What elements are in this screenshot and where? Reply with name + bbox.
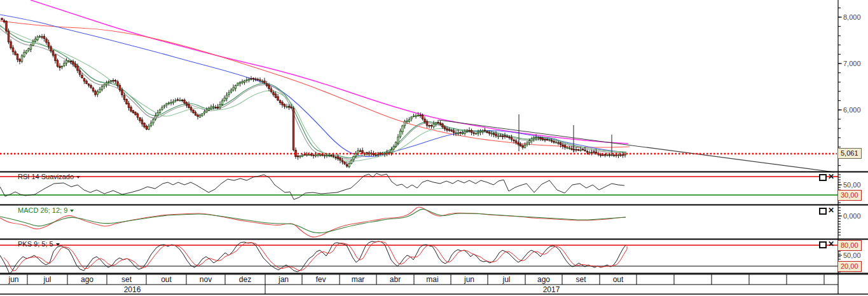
mm-green-dark-line: [0, 25, 626, 158]
pks-restore-icon[interactable]: [819, 241, 827, 248]
rsi-axis-label: 50,00: [843, 181, 861, 189]
rsi-indicator-dropdown[interactable]: RSI 14 Suavizado: [18, 173, 80, 180]
month-label: jun: [464, 275, 474, 284]
month-label: abr: [390, 275, 401, 284]
month-label: out: [613, 275, 624, 284]
macd-axis-label: 0,000: [843, 212, 861, 220]
pks-axis-label: 50,00: [843, 252, 861, 259]
month-label: mar: [352, 275, 365, 284]
down-candle-bodies: [1, 18, 624, 166]
trading-chart-window: RSI 14 Suavizado MACD 26; 12; 9 PKS 9; 5…: [0, 0, 868, 296]
mm-red-line: [0, 21, 630, 147]
pks-close-icon[interactable]: ✕: [828, 241, 834, 248]
pks-d-line: [4, 241, 627, 271]
chevron-down-icon: [56, 243, 60, 246]
up-candle-bodies: [21, 36, 626, 166]
month-label: out: [161, 275, 172, 284]
month-label: ago: [81, 275, 93, 284]
month-label: set: [575, 275, 586, 284]
price-axis-label: 6,000: [843, 106, 861, 114]
pks-overbought-level-box: 80,00: [837, 240, 862, 251]
rsi-oversold-level-box: 30,00: [837, 190, 862, 201]
pks-k-line: [0, 241, 626, 274]
month-label: jul: [502, 275, 510, 284]
rsi-indicator-label: RSI 14 Suavizado: [18, 173, 74, 180]
month-label: nov: [200, 275, 212, 284]
rsi-close-icon[interactable]: ✕: [828, 173, 834, 180]
year-label-2016: 2016: [124, 285, 141, 294]
month-label: ago: [537, 275, 550, 284]
month-label: dez: [239, 275, 251, 284]
macd-restore-icon[interactable]: [819, 208, 827, 215]
pks-indicator-label: PKS 9; 5; 5: [18, 240, 53, 248]
chart-plot-area[interactable]: [0, 0, 868, 296]
month-label: fev: [315, 275, 326, 284]
rsi-line: [0, 173, 624, 199]
month-label: jun: [8, 275, 18, 284]
year-label-2017: 2017: [543, 285, 560, 294]
month-label: mai: [426, 275, 438, 284]
month-label: jul: [43, 275, 51, 284]
month-label: set: [121, 275, 132, 284]
last-price-box: 5,061: [837, 148, 862, 159]
pks-oversold-level-box: 20,00: [837, 261, 862, 272]
pks-indicator-dropdown[interactable]: PKS 9; 5; 5: [18, 240, 60, 248]
chevron-down-icon: [76, 176, 80, 178]
macd-close-icon[interactable]: ✕: [828, 207, 834, 214]
chevron-down-icon: [70, 210, 74, 212]
price-axis-label: 7,000: [843, 60, 861, 67]
month-label: jan: [279, 275, 289, 284]
descending-trendline: [439, 120, 834, 172]
macd-signal-line: [0, 209, 626, 232]
rsi-restore-icon[interactable]: [819, 174, 827, 181]
macd-indicator-label: MACD 26; 12; 9: [18, 206, 67, 214]
mm-blue-line: [0, 15, 626, 157]
price-axis-label: 8,000: [843, 13, 861, 21]
macd-indicator-dropdown[interactable]: MACD 26; 12; 9: [18, 206, 74, 214]
mm-magenta-line: [31, 0, 628, 144]
